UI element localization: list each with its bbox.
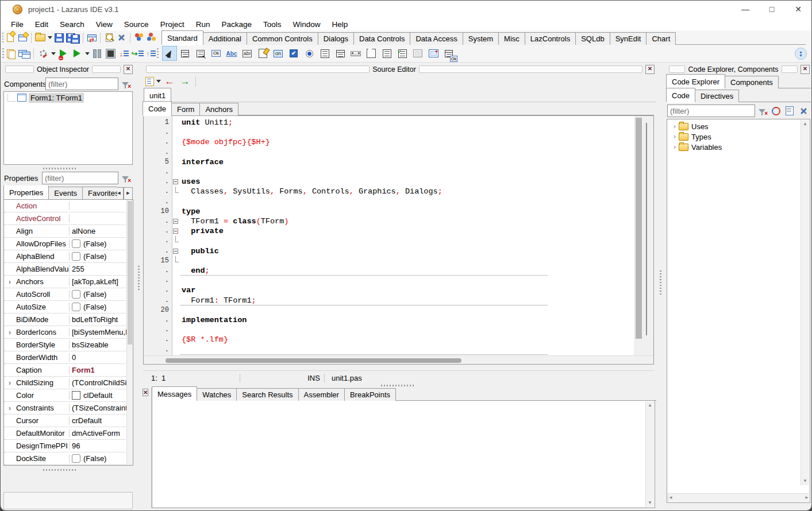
property-value[interactable]: (False) [70, 290, 127, 299]
open-icon[interactable] [34, 31, 46, 44]
tab-scroll-right-icon[interactable]: ► [124, 187, 133, 200]
open-dropdown-icon[interactable] [47, 31, 53, 44]
code-line[interactable]: . [144, 148, 653, 157]
explorer-item-variables[interactable]: ›Variables [667, 142, 810, 152]
source-editor-titlebar[interactable]: Source Editor ✕ [143, 64, 656, 75]
palette-tab-data-access[interactable]: Data Access [410, 32, 463, 45]
palette-tab-misc[interactable]: Misc [498, 32, 525, 45]
view-forms-icon[interactable] [18, 47, 30, 60]
refresh-icon[interactable] [769, 104, 783, 117]
oi-tab-favorites[interactable]: Favorites [82, 187, 117, 199]
dock-grip[interactable] [419, 65, 642, 73]
tscrollbar-icon[interactable] [348, 46, 363, 61]
menu-item-project[interactable]: Project [155, 19, 190, 30]
tmainmenu-icon[interactable] [178, 46, 193, 61]
maximize-button[interactable]: □ [759, 1, 785, 18]
chevron-right-icon[interactable]: › [671, 143, 679, 151]
ttogglebox-icon[interactable]: on [271, 46, 286, 61]
property-row-bordericons[interactable]: ›BorderIcons[biSystemMenu,bi [4, 326, 127, 339]
property-value[interactable]: (False) [70, 252, 127, 261]
menu-item-window[interactable]: Window [287, 19, 326, 30]
source-editor-close-icon[interactable]: ✕ [645, 65, 655, 74]
step-over-icon[interactable]: ↪ [132, 47, 144, 60]
property-row-allowdropfiles[interactable]: AllowDropFiles(False) [4, 238, 127, 250]
code-explorer-tree[interactable]: ›Uses›Types›Variables ▲ ▼ ◄ ► [667, 119, 810, 503]
tactionlist-icon[interactable]: Ok [441, 46, 456, 61]
ide-options-icon[interactable] [116, 31, 128, 44]
file-tab-unit1[interactable]: unit1 [144, 88, 171, 102]
messages-tab-messages[interactable]: Messages [152, 386, 197, 401]
components-filter-input[interactable] [45, 78, 118, 90]
components-tree-item-label[interactable]: Form1: TForm1 [29, 93, 84, 103]
messages-scrollbar[interactable]: ▲ ▼ [645, 401, 654, 507]
toolbar-grip[interactable] [2, 33, 3, 43]
code-line[interactable]: . private [144, 226, 653, 236]
code-explorer-close-icon[interactable]: ✕ [801, 65, 810, 74]
fold-icon[interactable] [173, 179, 178, 184]
code-line[interactable]: . [144, 236, 653, 246]
code-line[interactable]: . TForm1 = class(TForm) [144, 216, 653, 226]
messages-tab-breakpoints[interactable]: BreakPoints [344, 388, 396, 401]
scroll-right-icon[interactable]: ► [805, 494, 809, 502]
vertical-splitter[interactable] [660, 270, 661, 295]
messages-tab-assembler[interactable]: Assembler [298, 388, 345, 401]
menu-item-help[interactable]: Help [326, 19, 354, 30]
code-area[interactable]: 1unit Unit1;..{$mode objfpc}{$H+}.5inter… [144, 116, 653, 355]
property-row-activecontrol[interactable]: ActiveControl [4, 212, 127, 225]
code-line[interactable]: . Classes, SysUtils, Forms, Controls, Gr… [144, 187, 653, 196]
contents-icon[interactable] [783, 104, 796, 117]
palette-tab-dialogs[interactable]: Dialogs [318, 32, 354, 45]
fold-icon[interactable] [173, 229, 178, 234]
step-into-icon[interactable]: ↓ [118, 47, 130, 60]
code-line[interactable]: .uses [144, 177, 653, 187]
property-value[interactable]: crDefault [70, 416, 127, 425]
property-value[interactable]: clDefault [70, 391, 127, 400]
checkbox-icon[interactable] [72, 303, 80, 311]
tpanel-icon[interactable] [410, 46, 425, 61]
property-value[interactable]: [akTop,akLeft] [70, 277, 127, 286]
editor-hscrollbar[interactable] [144, 355, 653, 365]
property-row-color[interactable]: ColorclDefault [4, 389, 127, 402]
minimize-button[interactable]: — [732, 1, 759, 18]
property-value[interactable]: (False) [70, 454, 127, 463]
scroll-up-icon[interactable]: ▲ [801, 120, 809, 128]
dock-grip[interactable] [669, 65, 685, 73]
checkbox-icon[interactable] [72, 454, 80, 463]
tree-vscrollbar[interactable]: ▲ ▼ [801, 120, 809, 485]
checkbox-icon[interactable] [72, 290, 80, 299]
property-row-borderwidth[interactable]: BorderWidth0 [4, 351, 127, 364]
code-explorer-titlebar[interactable]: Code Explorer, Components ✕ [665, 64, 811, 75]
property-value[interactable]: (False) [70, 303, 127, 311]
run-nodebug-icon[interactable]: – [57, 47, 70, 60]
build-mode-icon[interactable] [37, 47, 49, 60]
expand-icon[interactable]: › [4, 404, 16, 412]
expand-icon[interactable]: › [4, 379, 16, 387]
code-line[interactable]: . end; [144, 266, 653, 276]
code-line[interactable]: . [144, 325, 653, 335]
expand-icon[interactable]: › [4, 278, 16, 286]
property-row-bidimode[interactable]: BiDiModebdLeftToRight [4, 313, 127, 326]
project-options-icon[interactable] [145, 31, 157, 44]
toolbar-grip[interactable] [2, 48, 4, 59]
dock-grip[interactable] [782, 65, 798, 73]
property-row-docksite[interactable]: DockSite(False) [4, 452, 127, 465]
jump-to-section-icon[interactable] [145, 75, 154, 88]
new-unit-icon[interactable] [5, 31, 16, 44]
chevron-right-icon[interactable]: › [671, 133, 679, 141]
menu-item-source[interactable]: Source [118, 19, 155, 30]
vertical-splitter[interactable] [138, 266, 140, 290]
palette-tab-common-controls[interactable]: Common Controls [247, 32, 318, 45]
step-out-icon[interactable]: ↑ [145, 47, 157, 60]
fold-icon[interactable] [173, 219, 178, 224]
expand-icon[interactable]: › [4, 328, 16, 336]
property-row-action[interactable]: Action [4, 200, 127, 212]
menu-item-run[interactable]: Run [190, 19, 216, 30]
build-dropdown-icon[interactable] [50, 47, 56, 60]
options-icon[interactable] [796, 104, 810, 117]
explorer-subtab-code[interactable]: Code [666, 88, 695, 102]
tgroupbox-icon[interactable] [364, 46, 379, 61]
find-in-files-icon[interactable] [103, 31, 115, 44]
menu-item-package[interactable]: Package [215, 19, 257, 30]
components-tree-item[interactable]: Form1: TForm1 [4, 92, 132, 103]
explorer-subtab-directives[interactable]: Directives [695, 90, 739, 102]
